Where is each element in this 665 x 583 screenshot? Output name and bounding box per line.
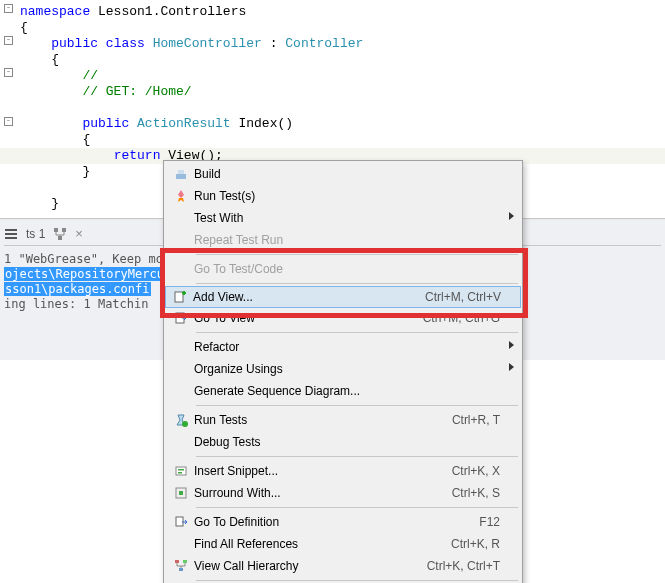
menu-run-tests[interactable]: Run Test(s) (166, 185, 520, 207)
code-ns: Lesson1.Controllers (90, 4, 246, 19)
list-icon[interactable] (4, 227, 18, 241)
goto-def-icon (168, 515, 194, 529)
menu-go-to-definition[interactable]: Go To Definition F12 (166, 511, 520, 533)
menu-shortcut: Ctrl+K, R (451, 537, 500, 551)
test-pass-icon (168, 413, 194, 427)
menu-label: View Call Hierarchy (194, 559, 427, 573)
svg-rect-12 (178, 469, 184, 471)
menu-repeat-test: Repeat Test Run (166, 229, 520, 251)
fold-icon[interactable]: - (4, 36, 13, 45)
menu-run-tests-item[interactable]: Run Tests Ctrl+R, T (166, 409, 520, 431)
menu-generate-seq-diagram[interactable]: Generate Sequence Diagram... (166, 380, 520, 402)
build-icon (168, 167, 194, 181)
code-comment: // GET: /Home/ (0, 84, 665, 100)
fold-icon[interactable]: - (4, 117, 13, 126)
menu-build[interactable]: Build (166, 163, 520, 185)
pane-tab[interactable]: ts 1 (26, 227, 45, 241)
svg-rect-18 (183, 560, 187, 563)
goto-view-icon (168, 311, 194, 325)
menu-label: Go To View (194, 311, 423, 325)
menu-shortcut: Ctrl+M, Ctrl+V (425, 290, 501, 304)
svg-rect-4 (62, 228, 66, 232)
close-icon[interactable]: × (75, 226, 83, 241)
submenu-arrow-icon (509, 363, 514, 371)
svg-rect-15 (179, 491, 183, 495)
output-line: 1 "WebGrease", Keep mo (4, 252, 163, 266)
menu-surround-with[interactable]: Surround With... Ctrl+K, S (166, 482, 520, 504)
tree-icon[interactable] (53, 227, 67, 241)
menu-view-call-hierarchy[interactable]: View Call Hierarchy Ctrl+K, Ctrl+T (166, 555, 520, 577)
svg-rect-8 (175, 292, 183, 302)
call-hierarchy-icon (168, 559, 194, 573)
code-type: HomeController (145, 36, 262, 51)
menu-label: Find All References (194, 537, 451, 551)
submenu-arrow-icon (509, 212, 514, 220)
menu-separator (196, 283, 518, 284)
code-type: ActionResult (129, 116, 230, 131)
code-blank (0, 100, 665, 116)
svg-rect-5 (58, 236, 62, 240)
svg-rect-13 (178, 472, 182, 474)
menu-label: Build (194, 167, 500, 181)
menu-separator (196, 507, 518, 508)
code-keyword: namespace (20, 4, 90, 19)
menu-label: Debug Tests (194, 435, 500, 449)
svg-rect-3 (54, 228, 58, 232)
submenu-arrow-icon (509, 341, 514, 349)
menu-separator (196, 332, 518, 333)
menu-insert-snippet[interactable]: Insert Snippet... Ctrl+K, X (166, 460, 520, 482)
output-path: ojects\RepositoryMercu (4, 267, 165, 281)
menu-test-with[interactable]: Test With (166, 207, 520, 229)
svg-rect-11 (176, 467, 186, 475)
svg-rect-0 (5, 229, 17, 231)
menu-label: Surround With... (194, 486, 452, 500)
menu-goto-test-code: Go To Test/Code (166, 258, 520, 280)
menu-shortcut: Ctrl+K, Ctrl+T (427, 559, 500, 573)
menu-label: Add View... (193, 290, 425, 304)
menu-add-view[interactable]: Add View... Ctrl+M, Ctrl+V (165, 286, 521, 308)
menu-separator (196, 405, 518, 406)
code-keyword: return (114, 148, 161, 163)
menu-label: Repeat Test Run (194, 233, 500, 247)
menu-separator (196, 456, 518, 457)
code-comment: // (0, 68, 665, 84)
code-brace: { (0, 20, 665, 36)
menu-shortcut: Ctrl+K, X (452, 464, 500, 478)
fold-icon[interactable]: - (4, 4, 13, 13)
menu-shortcut: Ctrl+M, Ctrl+G (423, 311, 500, 325)
svg-rect-19 (179, 568, 183, 571)
svg-point-10 (182, 421, 188, 427)
menu-label: Run Tests (194, 413, 452, 427)
code-keyword: public (82, 116, 129, 131)
menu-label: Go To Test/Code (194, 262, 500, 276)
output-line: ing lines: 1 Matchin (4, 297, 149, 311)
menu-label: Go To Definition (194, 515, 479, 529)
svg-rect-6 (176, 174, 186, 179)
menu-debug-tests[interactable]: Debug Tests (166, 431, 520, 453)
menu-separator (196, 254, 518, 255)
add-view-icon (167, 290, 193, 304)
svg-rect-17 (175, 560, 179, 563)
menu-separator (196, 580, 518, 581)
code-sep: : (262, 36, 285, 51)
menu-shortcut: F12 (479, 515, 500, 529)
snippet-icon (168, 464, 194, 478)
code-type: Controller (285, 36, 363, 51)
menu-label: Insert Snippet... (194, 464, 452, 478)
menu-label: Run Test(s) (194, 189, 500, 203)
surround-icon (168, 486, 194, 500)
menu-shortcut: Ctrl+R, T (452, 413, 500, 427)
code-method: Index() (231, 116, 293, 131)
menu-goto-view[interactable]: Go To View Ctrl+M, Ctrl+G (166, 307, 520, 329)
menu-label: Test With (194, 211, 500, 225)
svg-rect-2 (5, 237, 17, 239)
code-brace: { (0, 132, 665, 148)
svg-rect-7 (178, 170, 184, 174)
menu-label: Refactor (194, 340, 500, 354)
fold-icon[interactable]: - (4, 68, 13, 77)
menu-find-all-references[interactable]: Find All References Ctrl+K, R (166, 533, 520, 555)
menu-organize-usings[interactable]: Organize Usings (166, 358, 520, 380)
menu-refactor[interactable]: Refactor (166, 336, 520, 358)
rocket-icon (168, 189, 194, 203)
output-path-end: sson1\packages.confi (4, 282, 151, 296)
